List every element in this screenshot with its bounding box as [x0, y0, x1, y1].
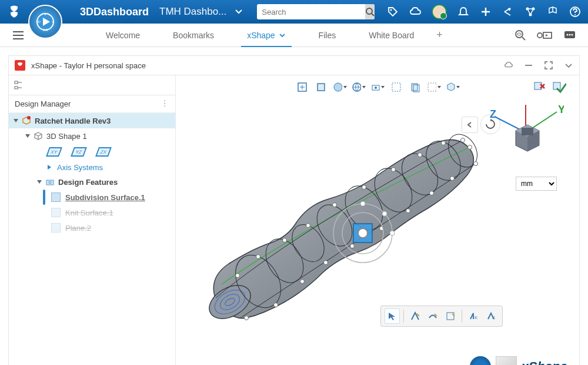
minimize-icon[interactable] [524, 61, 533, 70]
tree-shape-label: 3D Shape 1 [46, 132, 87, 141]
tool-view-icon[interactable] [370, 80, 385, 94]
viewport-toolbar [295, 80, 460, 94]
compass-player-icon[interactable]: V3DiV.R [28, 5, 62, 39]
expand-icon [25, 134, 30, 138]
tree-root-row[interactable]: Ratchet Handle Rev3 [9, 113, 175, 128]
svg-point-33 [27, 116, 31, 120]
sel-smooth-icon[interactable] [425, 308, 440, 324]
svg-point-21 [537, 33, 542, 38]
tree-mode-icon[interactable] [14, 79, 25, 91]
panel-cloud-icon[interactable] [504, 61, 513, 70]
svg-point-73 [461, 138, 465, 142]
compass-badge-icon [470, 356, 491, 365]
search-input[interactable] [257, 8, 365, 16]
help-icon[interactable] [569, 6, 581, 18]
search-box [257, 4, 375, 19]
tab-whiteboard[interactable]: White Board [352, 24, 430, 47]
axis-y-label: Y [558, 104, 564, 115]
sel-arrow-icon[interactable] [385, 308, 400, 324]
panel-menu-chevron-icon[interactable] [564, 61, 573, 70]
svg-point-71 [468, 145, 472, 150]
3d-viewport[interactable]: Z Y mm [176, 75, 579, 365]
fullscreen-icon[interactable] [544, 61, 553, 70]
search-icon [365, 7, 375, 16]
svg-rect-42 [392, 83, 400, 91]
design-tree-panel: Design Manager ⋯ Ratchet Handle Rev3 3D … [9, 75, 176, 365]
app-name: xShape [522, 359, 567, 365]
tab-files[interactable]: Files [302, 24, 353, 47]
tool-filter-icon[interactable] [427, 80, 441, 94]
plane-feat-icon [51, 223, 61, 233]
selection-toolbar: K K [380, 306, 503, 327]
svg-point-41 [375, 87, 377, 89]
panel-header: xShape - Taylor H personal space [8, 55, 580, 75]
separator [462, 310, 462, 323]
feature-plane[interactable]: Plane.2 [9, 220, 175, 235]
add-icon[interactable] [480, 6, 492, 18]
cloud-icon[interactable] [409, 6, 421, 18]
tool-confirm-icon[interactable] [552, 80, 566, 94]
user-avatar[interactable] [432, 4, 447, 19]
sel-sharp-icon[interactable] [407, 308, 423, 324]
svg-rect-34 [46, 180, 54, 185]
tool-material-icon[interactable] [333, 80, 347, 94]
tool-cancel-icon[interactable] [532, 80, 546, 94]
tool-globe-icon[interactable] [352, 80, 366, 94]
svg-point-0 [366, 8, 372, 14]
story-icon[interactable] [536, 29, 554, 42]
tool-fit-icon[interactable] [295, 80, 309, 94]
share-icon[interactable] [502, 6, 514, 18]
add-tab-button[interactable]: + [436, 29, 443, 41]
network-icon[interactable] [524, 6, 536, 18]
apps-icon[interactable] [547, 6, 559, 18]
panel-title: xShape - Taylor H personal space [31, 61, 146, 70]
feature-label: Knit Surface.1 [65, 208, 113, 217]
feature-label: Plane.2 [65, 224, 91, 233]
axis-systems-row[interactable]: Axis Systems [9, 160, 175, 174]
design-manager-menu-icon[interactable]: ⋯ [161, 99, 169, 108]
svg-text:K: K [475, 315, 478, 320]
design-manager-title: Design Manager [15, 99, 71, 108]
sel-weight2-icon[interactable]: K [483, 308, 499, 324]
sel-weight1-icon[interactable]: K [466, 308, 481, 324]
dashboard-name[interactable]: TMH Dashbo... [159, 6, 226, 18]
svg-rect-30 [15, 87, 18, 89]
svg-point-27 [572, 34, 573, 35]
menu-icon[interactable] [12, 29, 25, 42]
feature-knit-surface[interactable]: Knit Surface.1 [9, 205, 175, 220]
tool-box-icon[interactable] [446, 80, 460, 94]
svg-line-20 [522, 37, 525, 40]
plane-yz[interactable]: YZ [71, 147, 87, 157]
design-features-row[interactable]: Design Features [9, 174, 175, 190]
tab-welcome[interactable]: Welcome [89, 24, 156, 47]
svg-text:V: V [44, 12, 46, 16]
svg-point-76 [418, 153, 422, 157]
tab-xshape[interactable]: xShape [230, 24, 302, 47]
global-search-icon[interactable] [514, 29, 527, 42]
separator [403, 310, 404, 323]
tag-icon[interactable] [387, 6, 399, 18]
svg-point-72 [474, 162, 478, 166]
product-icon [22, 116, 31, 125]
tree-shape-row[interactable]: 3D Shape 1 [9, 128, 175, 144]
unit-select[interactable]: mm [516, 177, 557, 191]
svg-point-87 [300, 280, 305, 284]
tab-bookmarks[interactable]: Bookmarks [156, 24, 230, 47]
notification-icon[interactable] [457, 6, 469, 18]
dashboard-chevron-icon[interactable] [235, 8, 243, 16]
svg-point-74 [442, 141, 446, 145]
tabbar-actions [514, 29, 576, 42]
tab-bar: Welcome Bookmarks xShape Files White Boa… [0, 24, 588, 47]
tool-layers-icon[interactable] [408, 80, 422, 94]
chat-icon[interactable] [563, 29, 576, 42]
tool-select-icon[interactable] [389, 80, 403, 94]
plane-zx[interactable]: ZX [95, 147, 112, 157]
tool-section-icon[interactable] [314, 80, 328, 94]
search-button[interactable] [365, 4, 375, 19]
plane-xy[interactable]: XY [46, 147, 62, 157]
svg-marker-57 [522, 128, 533, 135]
sidebar-top-strip [9, 75, 175, 95]
feature-subdivision-surface[interactable]: Subdivision Surface.1 [9, 190, 175, 205]
sel-edge-icon[interactable] [443, 308, 458, 324]
shape-icon [34, 131, 43, 141]
